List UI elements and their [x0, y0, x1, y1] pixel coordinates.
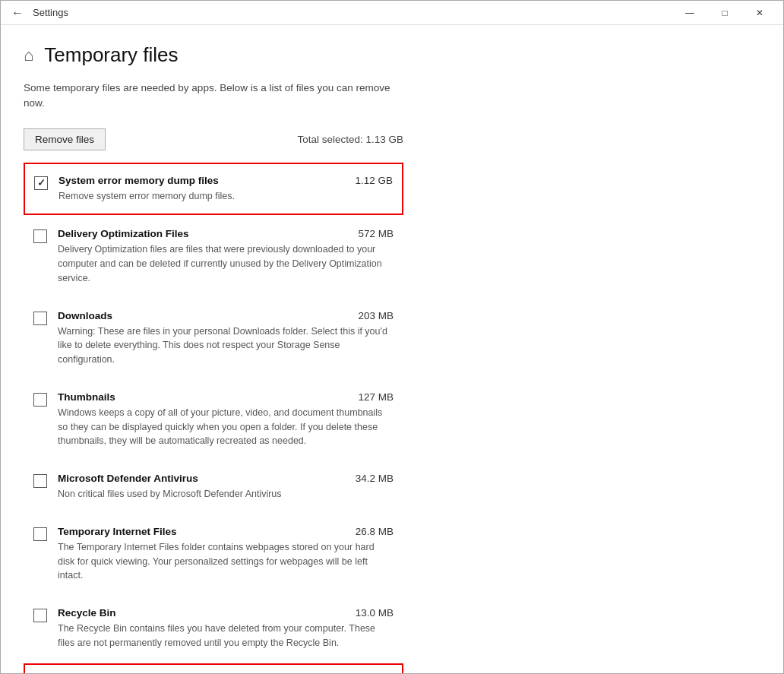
- remove-files-button[interactable]: Remove files: [24, 128, 106, 150]
- window-controls: — □ ✕: [672, 1, 777, 25]
- file-item-size: 13.0 MB: [356, 607, 394, 619]
- file-checkbox[interactable]: [33, 609, 47, 622]
- file-item-info: Microsoft Defender Antivirus34.2 MBNon c…: [58, 473, 394, 502]
- file-item-info: Delivery Optimization Files572 MBDeliver…: [58, 228, 394, 285]
- file-item-desc: Remove system error memory dump files.: [58, 189, 393, 204]
- file-item-header: Microsoft Defender Antivirus34.2 MB: [58, 473, 394, 484]
- file-item-size: 127 MB: [358, 391, 394, 403]
- file-item-header: Downloads203 MB: [58, 310, 394, 321]
- file-item-desc: Warning: These are files in your persona…: [58, 324, 394, 367]
- file-item: Thumbnails127 MBWindows keeps a copy of …: [24, 380, 403, 460]
- file-checkbox[interactable]: [33, 312, 47, 325]
- maximize-button[interactable]: □: [707, 1, 742, 25]
- file-item: Delivery Optimization Files572 MBDeliver…: [24, 217, 403, 296]
- file-checkbox[interactable]: [33, 229, 47, 243]
- file-item: Recycle Bin13.0 MBThe Recycle Bin contai…: [24, 596, 403, 662]
- home-icon: ⌂: [24, 46, 33, 65]
- window-title: Settings: [28, 7, 672, 18]
- file-item-header: Recycle Bin13.0 MB: [58, 607, 394, 619]
- back-button[interactable]: ←: [7, 2, 28, 24]
- file-checkbox[interactable]: [33, 474, 47, 488]
- file-item-name: System error memory dump files: [58, 175, 219, 186]
- title-bar: ← Settings — □ ✕: [1, 1, 783, 25]
- file-checkbox[interactable]: [34, 176, 48, 190]
- file-item-desc: Non critical files used by Microsoft Def…: [58, 487, 394, 502]
- file-item-size: 34.2 MB: [356, 473, 394, 484]
- file-checkbox[interactable]: [33, 527, 47, 541]
- file-item-name: Temporary Internet Files: [58, 526, 177, 537]
- file-item-info: System error memory dump files1.12 GBRem…: [58, 175, 393, 204]
- content-area: ⌂ Temporary files Some temporary files a…: [1, 25, 783, 673]
- total-selected-label: Total selected: 1.13 GB: [297, 134, 403, 145]
- file-item-desc: Delivery Optimization files are files th…: [58, 242, 394, 285]
- file-item-desc: The Recycle Bin contains files you have …: [58, 622, 394, 650]
- file-item-size: 26.8 MB: [356, 526, 394, 537]
- file-item-name: Microsoft Defender Antivirus: [58, 473, 198, 484]
- file-item: Temporary Internet Files26.8 MBThe Tempo…: [24, 514, 403, 594]
- file-item-name: Delivery Optimization Files: [58, 228, 189, 239]
- close-button[interactable]: ✕: [742, 1, 777, 25]
- page-subtitle: Some temporary files are needed by apps.…: [24, 81, 403, 112]
- page-header: ⌂ Temporary files: [24, 43, 760, 67]
- file-item-header: System error memory dump files1.12 GB: [58, 175, 393, 186]
- file-item-size: 572 MB: [358, 228, 394, 239]
- file-item-desc: The Temporary Internet Files folder cont…: [58, 540, 394, 583]
- file-item: System error minidump files8.14 MBRemove…: [24, 663, 403, 674]
- file-item-info: Recycle Bin13.0 MBThe Recycle Bin contai…: [58, 607, 394, 650]
- file-item-name: Downloads: [58, 310, 112, 321]
- file-item-header: Delivery Optimization Files572 MB: [58, 228, 394, 239]
- file-item-info: Temporary Internet Files26.8 MBThe Tempo…: [58, 526, 394, 583]
- file-checkbox[interactable]: [33, 393, 47, 407]
- page-title: Temporary files: [44, 43, 178, 67]
- file-item-info: Thumbnails127 MBWindows keeps a copy of …: [58, 391, 394, 448]
- file-item-size: 1.12 GB: [355, 175, 393, 186]
- settings-window: ← Settings — □ ✕ ⌂ Temporary files Some …: [0, 0, 784, 674]
- file-item-info: Downloads203 MBWarning: These are files …: [58, 310, 394, 367]
- file-item-name: Thumbnails: [58, 391, 115, 403]
- file-item-size: 203 MB: [358, 310, 394, 321]
- file-item: System error memory dump files1.12 GBRem…: [24, 163, 403, 216]
- file-list: System error memory dump files1.12 GBRem…: [24, 163, 403, 674]
- file-item-header: Thumbnails127 MB: [58, 391, 394, 403]
- minimize-button[interactable]: —: [672, 1, 707, 25]
- file-item-header: Temporary Internet Files26.8 MB: [58, 526, 394, 537]
- file-item: Microsoft Defender Antivirus34.2 MBNon c…: [24, 461, 403, 513]
- file-item-name: Recycle Bin: [58, 607, 116, 619]
- file-item: Downloads203 MBWarning: These are files …: [24, 299, 403, 378]
- file-item-desc: Windows keeps a copy of all of your pict…: [58, 406, 394, 448]
- action-row: Remove files Total selected: 1.13 GB: [24, 128, 403, 150]
